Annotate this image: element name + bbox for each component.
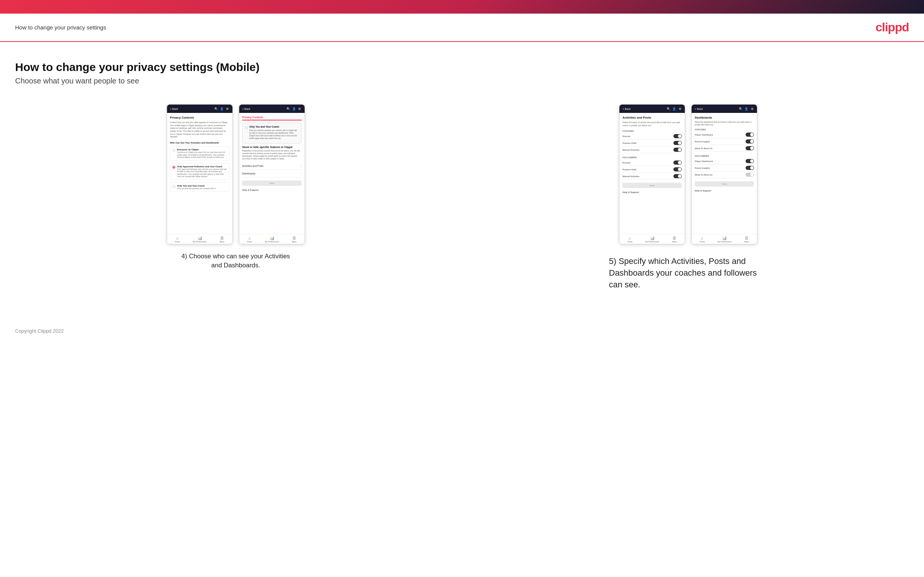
bottom-menu-label-2: Menu	[292, 240, 297, 243]
bottom-menu-label-1: Menu	[220, 240, 225, 243]
menu-row-dashboards[interactable]: Dashboards ›	[242, 170, 302, 177]
back-button-4[interactable]: < Back	[695, 108, 703, 110]
phone1-title: Privacy Controls	[170, 116, 229, 119]
radio-desc-2: Only approved followers and coaches you …	[177, 168, 227, 178]
bottom-home-3[interactable]: ⌂ Home	[627, 236, 632, 243]
home-icon-1: ⌂	[176, 236, 178, 240]
bottom-home-4[interactable]: ⌂ Home	[699, 236, 704, 243]
settings-icon-3[interactable]: ⚙	[678, 107, 682, 111]
menu-icon-4: ☰	[745, 236, 748, 240]
toggle-roundinsights-followers: Round Insights	[695, 164, 754, 171]
toggle-roundinsights-coaches-label: Round Insights	[695, 140, 710, 143]
logo: clippd	[876, 20, 909, 34]
toggle-roundinsights-followers-switch[interactable]	[746, 166, 754, 170]
toggle-whattowork-followers-label: What To Work On	[695, 174, 712, 176]
phone-nav-1: < Back 🔍 👤 ⚙	[167, 105, 233, 113]
bottom-perf-4[interactable]: 📊 My Performance	[718, 236, 732, 243]
phone-mockup-4: < Back 🔍 👤 ⚙ Dashboards Select the dashb…	[691, 104, 758, 244]
save-button-4[interactable]: Save	[695, 181, 754, 187]
toggle-drills-followers-label: Practice Drills	[622, 168, 636, 171]
toggle-rounds-followers-switch[interactable]	[674, 161, 682, 164]
main-content: How to change your privacy settings (Mob…	[0, 42, 924, 321]
bottom-perf-3[interactable]: 📊 My Performance	[646, 236, 659, 243]
search-icon-2[interactable]: 🔍	[286, 107, 290, 111]
toggle-drills-coaches-switch[interactable]	[674, 141, 682, 145]
bottom-home-1[interactable]: ⌂ Home	[175, 236, 180, 243]
person-icon[interactable]: 👤	[220, 107, 224, 111]
privacy-tab-bar: Privacy Controls	[242, 116, 302, 121]
nav-icons-4: 🔍 👤 ⚙	[739, 107, 754, 111]
phone-mockup-3: < Back 🔍 👤 ⚙ Activities and Posts Select…	[619, 104, 685, 244]
person-icon-4[interactable]: 👤	[745, 107, 748, 111]
menu-row-activities[interactable]: Activities and Posts ›	[242, 162, 302, 170]
bottom-menu-4[interactable]: ☰ Menu	[745, 236, 750, 243]
bottom-home-label-3: Home	[627, 240, 632, 243]
footer: Copyright Clippd 2022	[0, 321, 924, 342]
phone-mockup-1: < Back 🔍 👤 ⚙ Privacy Controls Control ho…	[166, 104, 233, 244]
radio-label-1: Everyone on Clippd	[177, 148, 227, 151]
toggle-playerdash-followers-switch[interactable]	[746, 159, 754, 163]
bottom-perf-2[interactable]: 📊 My Performance	[265, 236, 279, 243]
popup-radio-circle	[245, 126, 248, 129]
toggle-manual-followers-switch[interactable]	[674, 174, 682, 178]
help-support-2: Help & Support	[242, 189, 302, 191]
toggle-rounds-coaches-switch[interactable]	[674, 134, 682, 138]
bottom-menu-3[interactable]: ☰ Menu	[672, 236, 677, 243]
radio-option-2[interactable]: Only Approved Followers and Your Coach O…	[170, 163, 229, 180]
toggle-whattowork-coaches-switch[interactable]	[746, 146, 754, 150]
menu-icon-3: ☰	[673, 236, 676, 240]
toggle-roundinsights-coaches: Round Insights	[695, 138, 754, 145]
bottom-perf-1[interactable]: 📊 My Performance	[193, 236, 207, 243]
section-info-desc: Regardless of the privacy controls that …	[242, 150, 302, 160]
phone4-title: Dashboards	[695, 116, 754, 119]
save-button-3[interactable]: Save	[622, 183, 682, 188]
radio-option-1[interactable]: Everyone on Clippd Everyone on Clippd ca…	[170, 146, 229, 161]
menu-icon-2: ☰	[292, 236, 296, 240]
settings-icon-2[interactable]: ⚙	[298, 107, 302, 111]
bottom-menu-label-4: Menu	[745, 240, 750, 243]
radio-content-3: Only You and Your Coach Only you and the…	[177, 185, 216, 190]
back-button-1[interactable]: < Back	[170, 108, 178, 110]
toggle-whattowork-coaches-label: What To Work On	[695, 147, 712, 150]
settings-icon-4[interactable]: ⚙	[750, 107, 754, 111]
phone3-title: Activities and Posts	[622, 116, 682, 119]
toggle-manual-coaches-switch[interactable]	[674, 148, 682, 152]
person-icon-3[interactable]: 👤	[672, 107, 676, 111]
phone-mockup-2: < Back 🔍 👤 ⚙ Privacy Controls	[239, 104, 305, 244]
toggle-drills-followers-switch[interactable]	[674, 167, 682, 171]
toggle-manual-coaches: Manual Activities	[622, 147, 682, 153]
group2-caption: 5) Specify which Activities, Posts and D…	[609, 256, 767, 290]
radio-option-3[interactable]: Only You and Your Coach Only you and the…	[170, 182, 229, 192]
phone-bottom-nav-2: ⌂ Home 📊 My Performance ☰ Menu	[239, 234, 305, 244]
phone-body-3: Activities and Posts Select the types of…	[619, 113, 685, 234]
back-button-2[interactable]: < Back	[242, 108, 250, 110]
radio-content-2: Only Approved Followers and Your Coach O…	[177, 165, 227, 178]
search-icon-3[interactable]: 🔍	[667, 107, 670, 111]
phone3-desc: Select the types of activity that you'd …	[622, 121, 682, 127]
person-icon-2[interactable]: 👤	[292, 107, 296, 111]
bottom-home-2[interactable]: ⌂ Home	[247, 236, 252, 243]
search-icon[interactable]: 🔍	[214, 107, 218, 111]
bottom-menu-2[interactable]: ☰ Menu	[292, 236, 297, 243]
save-button-2[interactable]: Save	[242, 181, 302, 186]
toggle-rounds-coaches: Rounds	[622, 133, 682, 140]
menu-label-activities: Activities and Posts	[242, 164, 263, 167]
toggle-roundinsights-coaches-switch[interactable]	[746, 139, 754, 143]
bottom-home-label-4: Home	[699, 240, 704, 243]
home-icon-2: ⌂	[248, 236, 250, 240]
section-info-title: Show or hide specific features in Clippd	[242, 146, 302, 148]
phone-body-4: Dashboards Select the dashboards that yo…	[691, 113, 757, 234]
privacy-tab: Privacy Controls	[242, 116, 263, 119]
toggle-whattowork-followers-switch[interactable]	[746, 172, 754, 177]
toggle-playerdash-coaches-switch[interactable]	[746, 132, 754, 137]
search-icon-4[interactable]: 🔍	[739, 107, 743, 111]
help-support-4: Help & Support	[695, 190, 754, 192]
toggle-whattowork-followers: What To Work On	[695, 171, 754, 178]
toggle-playerdash-coaches: Player Dashboard	[695, 131, 754, 138]
settings-icon[interactable]: ⚙	[226, 107, 229, 111]
toggle-manual-followers-label: Manual Activities	[622, 175, 640, 177]
back-button-3[interactable]: < Back	[622, 108, 631, 110]
toggle-playerdash-followers: Player Dashboard	[695, 158, 754, 164]
bottom-menu-label-3: Menu	[672, 240, 677, 243]
bottom-menu-1[interactable]: ☰ Menu	[220, 236, 225, 243]
